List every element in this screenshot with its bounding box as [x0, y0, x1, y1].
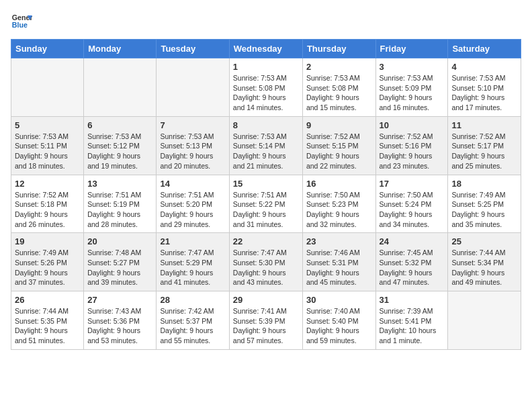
day-number: 14: [160, 179, 225, 189]
day-info: Sunrise: 7:53 AM Sunset: 5:08 PM Dayligh…: [233, 73, 299, 113]
day-info: Sunrise: 7:42 AM Sunset: 5:37 PM Dayligh…: [160, 306, 225, 346]
calendar-cell: 19Sunrise: 7:49 AM Sunset: 5:26 PM Dayli…: [11, 233, 84, 291]
calendar-cell: 27Sunrise: 7:43 AM Sunset: 5:36 PM Dayli…: [84, 291, 157, 350]
calendar-cell: 3Sunrise: 7:53 AM Sunset: 5:09 PM Daylig…: [375, 58, 448, 117]
column-header-sunday: Sunday: [11, 40, 84, 58]
day-number: 23: [306, 236, 372, 246]
day-info: Sunrise: 7:50 AM Sunset: 5:24 PM Dayligh…: [380, 190, 445, 230]
day-info: Sunrise: 7:53 AM Sunset: 5:14 PM Dayligh…: [233, 132, 299, 171]
day-number: 15: [233, 179, 299, 189]
column-header-friday: Friday: [375, 40, 448, 58]
calendar-cell: [448, 291, 521, 350]
day-number: 29: [233, 295, 299, 305]
calendar-cell: 14Sunrise: 7:51 AM Sunset: 5:20 PM Dayli…: [157, 175, 229, 233]
day-number: 28: [160, 295, 225, 305]
column-header-saturday: Saturday: [448, 40, 521, 58]
calendar-cell: 20Sunrise: 7:48 AM Sunset: 5:27 PM Dayli…: [84, 233, 157, 291]
day-number: 8: [233, 120, 299, 130]
logo-icon: General Blue: [11, 11, 32, 32]
day-info: Sunrise: 7:51 AM Sunset: 5:19 PM Dayligh…: [87, 190, 152, 230]
calendar-header-row: SundayMondayTuesdayWednesdayThursdayFrid…: [11, 40, 521, 58]
day-number: 27: [87, 295, 152, 305]
day-number: 24: [380, 236, 445, 246]
calendar-cell: 25Sunrise: 7:44 AM Sunset: 5:34 PM Dayli…: [448, 233, 521, 291]
day-info: Sunrise: 7:52 AM Sunset: 5:17 PM Dayligh…: [451, 132, 517, 171]
calendar-cell: 17Sunrise: 7:50 AM Sunset: 5:24 PM Dayli…: [375, 175, 448, 233]
day-number: 22: [233, 236, 299, 246]
day-number: 20: [87, 236, 152, 246]
calendar-cell: 22Sunrise: 7:47 AM Sunset: 5:30 PM Dayli…: [229, 233, 302, 291]
day-number: 11: [451, 120, 517, 130]
calendar-cell: 6Sunrise: 7:53 AM Sunset: 5:12 PM Daylig…: [84, 116, 157, 175]
day-info: Sunrise: 7:43 AM Sunset: 5:36 PM Dayligh…: [87, 306, 152, 346]
day-info: Sunrise: 7:52 AM Sunset: 5:18 PM Dayligh…: [15, 190, 80, 230]
day-info: Sunrise: 7:47 AM Sunset: 5:29 PM Dayligh…: [160, 248, 225, 287]
calendar-cell: 9Sunrise: 7:52 AM Sunset: 5:15 PM Daylig…: [302, 116, 375, 175]
day-number: 1: [233, 62, 299, 72]
day-info: Sunrise: 7:39 AM Sunset: 5:41 PM Dayligh…: [380, 306, 445, 346]
day-number: 18: [451, 179, 517, 189]
day-info: Sunrise: 7:50 AM Sunset: 5:23 PM Dayligh…: [306, 190, 372, 230]
day-number: 6: [87, 120, 152, 130]
calendar-week-row: 26Sunrise: 7:44 AM Sunset: 5:35 PM Dayli…: [11, 291, 521, 350]
day-number: 30: [306, 295, 372, 305]
calendar-cell: 10Sunrise: 7:52 AM Sunset: 5:16 PM Dayli…: [375, 116, 448, 175]
calendar-cell: [84, 58, 157, 117]
calendar-cell: 18Sunrise: 7:49 AM Sunset: 5:25 PM Dayli…: [448, 175, 521, 233]
calendar-cell: 2Sunrise: 7:53 AM Sunset: 5:08 PM Daylig…: [302, 58, 375, 117]
calendar-cell: 1Sunrise: 7:53 AM Sunset: 5:08 PM Daylig…: [229, 58, 302, 117]
calendar-cell: 30Sunrise: 7:40 AM Sunset: 5:40 PM Dayli…: [302, 291, 375, 350]
column-header-thursday: Thursday: [302, 40, 375, 58]
logo: General Blue: [11, 11, 32, 32]
day-info: Sunrise: 7:53 AM Sunset: 5:11 PM Dayligh…: [15, 132, 80, 171]
calendar-cell: 29Sunrise: 7:41 AM Sunset: 5:39 PM Dayli…: [229, 291, 302, 350]
day-info: Sunrise: 7:49 AM Sunset: 5:25 PM Dayligh…: [451, 190, 517, 230]
day-info: Sunrise: 7:49 AM Sunset: 5:26 PM Dayligh…: [15, 248, 80, 287]
day-info: Sunrise: 7:48 AM Sunset: 5:27 PM Dayligh…: [87, 248, 152, 287]
day-info: Sunrise: 7:46 AM Sunset: 5:31 PM Dayligh…: [306, 248, 372, 287]
day-number: 10: [380, 120, 445, 130]
day-info: Sunrise: 7:53 AM Sunset: 5:13 PM Dayligh…: [160, 132, 225, 171]
calendar-week-row: 12Sunrise: 7:52 AM Sunset: 5:18 PM Dayli…: [11, 175, 521, 233]
calendar-cell: 26Sunrise: 7:44 AM Sunset: 5:35 PM Dayli…: [11, 291, 84, 350]
day-info: Sunrise: 7:53 AM Sunset: 5:10 PM Dayligh…: [451, 73, 517, 113]
day-number: 17: [380, 179, 445, 189]
svg-text:Blue: Blue: [12, 21, 28, 29]
calendar-cell: 31Sunrise: 7:39 AM Sunset: 5:41 PM Dayli…: [375, 291, 448, 350]
day-number: 2: [306, 62, 372, 72]
day-number: 19: [15, 236, 80, 246]
calendar-cell: 16Sunrise: 7:50 AM Sunset: 5:23 PM Dayli…: [302, 175, 375, 233]
day-number: 5: [15, 120, 80, 130]
calendar-week-row: 19Sunrise: 7:49 AM Sunset: 5:26 PM Dayli…: [11, 233, 521, 291]
day-info: Sunrise: 7:51 AM Sunset: 5:22 PM Dayligh…: [233, 190, 299, 230]
day-info: Sunrise: 7:41 AM Sunset: 5:39 PM Dayligh…: [233, 306, 299, 346]
day-number: 25: [451, 236, 517, 246]
calendar-cell: 15Sunrise: 7:51 AM Sunset: 5:22 PM Dayli…: [229, 175, 302, 233]
day-info: Sunrise: 7:40 AM Sunset: 5:40 PM Dayligh…: [306, 306, 372, 346]
calendar-cell: 8Sunrise: 7:53 AM Sunset: 5:14 PM Daylig…: [229, 116, 302, 175]
day-info: Sunrise: 7:51 AM Sunset: 5:20 PM Dayligh…: [160, 190, 225, 230]
day-info: Sunrise: 7:45 AM Sunset: 5:32 PM Dayligh…: [380, 248, 445, 287]
day-number: 9: [306, 120, 372, 130]
day-info: Sunrise: 7:44 AM Sunset: 5:34 PM Dayligh…: [451, 248, 517, 287]
calendar-cell: 24Sunrise: 7:45 AM Sunset: 5:32 PM Dayli…: [375, 233, 448, 291]
day-info: Sunrise: 7:53 AM Sunset: 5:12 PM Dayligh…: [87, 132, 152, 171]
calendar-week-row: 1Sunrise: 7:53 AM Sunset: 5:08 PM Daylig…: [11, 58, 521, 117]
calendar-cell: 23Sunrise: 7:46 AM Sunset: 5:31 PM Dayli…: [302, 233, 375, 291]
calendar-cell: 7Sunrise: 7:53 AM Sunset: 5:13 PM Daylig…: [157, 116, 229, 175]
day-info: Sunrise: 7:44 AM Sunset: 5:35 PM Dayligh…: [15, 306, 80, 346]
day-info: Sunrise: 7:47 AM Sunset: 5:30 PM Dayligh…: [233, 248, 299, 287]
calendar-table: SundayMondayTuesdayWednesdayThursdayFrid…: [11, 39, 521, 350]
calendar-cell: 28Sunrise: 7:42 AM Sunset: 5:37 PM Dayli…: [157, 291, 229, 350]
day-number: 21: [160, 236, 225, 246]
calendar-cell: 13Sunrise: 7:51 AM Sunset: 5:19 PM Dayli…: [84, 175, 157, 233]
day-info: Sunrise: 7:53 AM Sunset: 5:08 PM Dayligh…: [306, 73, 372, 113]
calendar-cell: 12Sunrise: 7:52 AM Sunset: 5:18 PM Dayli…: [11, 175, 84, 233]
day-number: 13: [87, 179, 152, 189]
day-number: 4: [451, 62, 517, 72]
day-info: Sunrise: 7:52 AM Sunset: 5:16 PM Dayligh…: [380, 132, 445, 171]
calendar-cell: 4Sunrise: 7:53 AM Sunset: 5:10 PM Daylig…: [448, 58, 521, 117]
day-number: 7: [160, 120, 225, 130]
column-header-monday: Monday: [84, 40, 157, 58]
calendar-cell: 11Sunrise: 7:52 AM Sunset: 5:17 PM Dayli…: [448, 116, 521, 175]
